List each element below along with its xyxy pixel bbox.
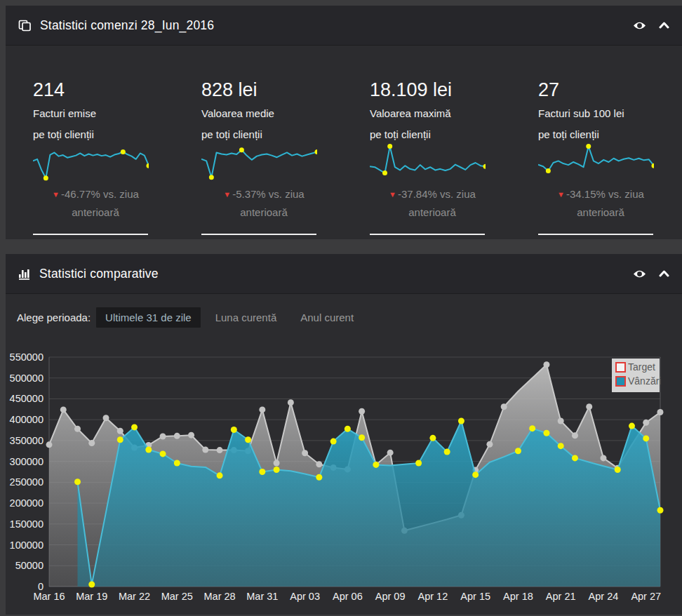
card-underline (370, 234, 485, 235)
svg-text:Mar 16: Mar 16 (33, 591, 65, 602)
comparative-panel: Statistici comparative Alege perioada: U… (6, 254, 682, 615)
change-percent: -34.15% (566, 188, 606, 200)
svg-text:150000: 150000 (10, 518, 44, 530)
svg-text:Apr 03: Apr 03 (290, 591, 320, 602)
svg-text:100000: 100000 (10, 540, 44, 551)
legend-swatch-target (616, 363, 625, 372)
sparkline-chart (201, 142, 317, 184)
stat-label-line2: pe toți clienții (33, 128, 152, 140)
orders-panel: Statistici comenzi 28_Iun_2016 214 Factu… (6, 6, 682, 239)
svg-text:Apr 12: Apr 12 (418, 591, 448, 602)
legend-swatch-vanzari (616, 377, 625, 386)
legend-label-target: Target (628, 361, 655, 373)
stat-cards-row: 214 Facturi emise pe toți clienții ▼-46.… (6, 46, 682, 235)
stat-label-line1: Facturi emise (33, 107, 152, 119)
stat-label-line2: pe toți clienții (201, 128, 321, 140)
svg-text:Mar 25: Mar 25 (161, 591, 193, 602)
stat-change: ▼-34.15% vs. ziua anterioară (538, 185, 663, 222)
stat-value: 27 (538, 79, 657, 101)
stat-label-line1: Facturi sub 100 lei (538, 107, 657, 119)
legend-label-vanzari: Vânzări (628, 375, 661, 387)
svg-text:400000: 400000 (10, 414, 44, 425)
stat-change: ▼-5.37% vs. ziua anterioară (201, 185, 326, 222)
period-label: Alege perioada: (17, 312, 91, 323)
change-percent: -37.84% (398, 188, 437, 200)
sparkline-chart (33, 142, 149, 184)
triangle-down-icon: ▼ (557, 190, 565, 199)
stat-card-valoarea-medie: 828 lei Valoarea medie pe toți clienții … (201, 79, 321, 235)
stat-label-line1: Valoarea maximă (370, 107, 489, 119)
eye-icon[interactable] (633, 269, 646, 279)
svg-text:Mar 31: Mar 31 (246, 591, 278, 602)
chart-legend[interactable]: TargetVânzări (612, 359, 661, 392)
tab-ultimele-31-zile[interactable]: Ultimele 31 de zile (96, 307, 201, 328)
comparative-panel-title: Statistici comparative (39, 267, 159, 281)
card-underline (538, 234, 653, 235)
svg-text:350000: 350000 (10, 435, 44, 446)
x-axis-labels: Mar 16Mar 19Mar 22Mar 25Mar 28Mar 31Apr … (33, 591, 661, 602)
svg-text:Apr 21: Apr 21 (546, 591, 576, 602)
triangle-down-icon: ▼ (52, 190, 60, 199)
svg-text:Apr 15: Apr 15 (460, 591, 490, 602)
sparkline-chart (538, 142, 654, 184)
orders-panel-header: Statistici comenzi 28_Iun_2016 (6, 6, 682, 46)
bar-chart-icon (18, 268, 31, 280)
svg-text:Apr 24: Apr 24 (589, 591, 619, 602)
orders-panel-title: Statistici comenzi 28_Iun_2016 (40, 18, 214, 33)
card-underline (201, 234, 316, 235)
stat-value: 214 (33, 79, 152, 101)
svg-text:500000: 500000 (10, 373, 44, 384)
svg-text:Mar 19: Mar 19 (76, 591, 107, 602)
stat-card-facturi-sub-100: 27 Facturi sub 100 lei pe toți clienții … (538, 79, 657, 235)
stat-value: 828 lei (201, 79, 321, 101)
svg-text:550000: 550000 (10, 351, 44, 363)
stat-change: ▼-46.77% vs. ziua anterioară (33, 185, 158, 222)
svg-text:Apr 27: Apr 27 (631, 591, 661, 602)
svg-text:250000: 250000 (10, 476, 44, 488)
stat-label-line1: Valoarea medie (201, 107, 321, 119)
tab-anul-curent[interactable]: Anul curent (291, 307, 363, 328)
chevron-up-icon[interactable] (659, 270, 669, 277)
triangle-down-icon: ▼ (223, 190, 231, 199)
change-percent: -46.77% (61, 188, 100, 200)
stat-card-valoarea-maxima: 18.109 lei Valoarea maximă pe toți clien… (370, 79, 489, 235)
svg-text:Mar 22: Mar 22 (119, 591, 150, 602)
eye-icon[interactable] (633, 21, 646, 30)
svg-text:Mar 28: Mar 28 (203, 591, 235, 602)
triangle-down-icon: ▼ (389, 190, 396, 199)
chevron-up-icon[interactable] (659, 22, 669, 29)
period-selector: Alege perioada: Ultimele 31 de zile Luna… (6, 294, 682, 328)
sparkline-chart (370, 142, 486, 184)
svg-text:Apr 06: Apr 06 (333, 591, 363, 602)
stat-label-line2: pe toți clienții (370, 128, 489, 140)
svg-text:200000: 200000 (10, 497, 44, 509)
tab-luna-curenta[interactable]: Luna curentă (206, 307, 286, 328)
stat-change: ▼-37.84% vs. ziua anterioară (370, 185, 495, 222)
comparative-panel-header: Statistici comparative (6, 254, 682, 294)
svg-text:Apr 18: Apr 18 (503, 591, 533, 602)
svg-text:450000: 450000 (10, 393, 44, 404)
comparative-area-chart[interactable]: 0500001000001500002000002500003000003500… (6, 343, 682, 610)
svg-text:Apr 09: Apr 09 (375, 591, 406, 602)
stat-card-facturi-emise: 214 Facturi emise pe toți clienții ▼-46.… (33, 79, 152, 235)
svg-text:300000: 300000 (10, 456, 44, 467)
stat-label-line2: pe toți clienții (538, 128, 657, 140)
svg-text:50000: 50000 (15, 560, 44, 571)
card-underline (33, 234, 148, 235)
stat-value: 18.109 lei (370, 79, 489, 101)
copy-icon (18, 20, 32, 32)
change-percent: -5.37% (232, 188, 266, 200)
